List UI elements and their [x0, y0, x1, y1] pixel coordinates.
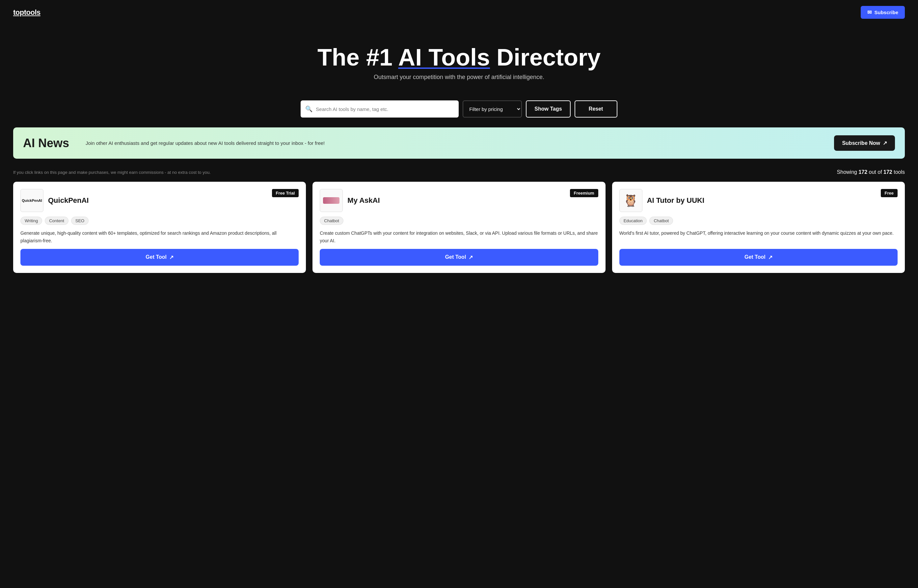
get-tool-label: Get Tool: [445, 254, 466, 260]
get-tool-label: Get Tool: [145, 254, 166, 260]
card-logo: 🦉: [619, 189, 642, 212]
pricing-filter[interactable]: Filter by pricing Free Freemium Free Tri…: [462, 100, 522, 118]
quickpen-logo-text: QuickPenAI: [22, 199, 42, 202]
card-description: Generate unique, high-quality content wi…: [20, 229, 299, 244]
card-header: QuickPenAI QuickPenAI Free Trial: [20, 189, 299, 212]
hero-subtitle: Outsmart your competition with the power…: [6, 74, 912, 81]
hero-section: The #1 AI Tools Directory Outsmart your …: [0, 25, 918, 94]
subscribe-label: Subscribe: [874, 10, 898, 15]
card-logo: QuickPenAI: [20, 189, 44, 212]
owl-icon: 🦉: [623, 194, 638, 207]
card-description: Create custom ChatGPTs with your content…: [320, 229, 598, 244]
news-title: AI News: [23, 136, 76, 150]
card-badge: Free Trial: [272, 189, 299, 197]
card-tags: Writing Content SEO: [20, 216, 299, 225]
card-logo-name: 🦉 AI Tutor by UUKI: [619, 189, 704, 212]
card-header: 🦉 AI Tutor by UUKI Free: [619, 189, 898, 212]
tool-card-aitutor: 🦉 AI Tutor by UUKI Free Education Chatbo…: [612, 182, 905, 273]
external-link-icon: ↗: [883, 140, 887, 146]
tools-meta: If you click links on this page and make…: [0, 165, 918, 182]
tool-card-quickpenai: QuickPenAI QuickPenAI Free Trial Writing…: [13, 182, 306, 273]
search-wrapper: 🔍: [301, 100, 459, 118]
card-tags: Education Chatbot: [619, 216, 898, 225]
myaskai-logo-shape: [323, 197, 339, 204]
show-tags-button[interactable]: Show Tags: [526, 100, 570, 118]
card-title: QuickPenAI: [48, 196, 89, 205]
hero-title-part1: The #1: [317, 44, 398, 71]
external-link-icon: ↗: [169, 254, 173, 260]
hero-title: The #1 AI Tools Directory: [6, 44, 912, 71]
card-tags: Chatbot: [320, 216, 598, 225]
hero-title-underlined: AI Tools: [398, 44, 490, 71]
card-logo-name: QuickPenAI QuickPenAI: [20, 189, 89, 212]
card-logo: [320, 189, 343, 212]
tag-seo[interactable]: SEO: [71, 216, 89, 225]
card-logo-name: My AskAI: [320, 189, 380, 212]
get-tool-label: Get Tool: [745, 254, 766, 260]
subscribe-now-button[interactable]: Subscribe Now ↗: [834, 135, 895, 151]
card-title: My AskAI: [347, 196, 380, 205]
external-link-icon: ↗: [768, 254, 773, 260]
card-badge: Free: [881, 189, 898, 197]
site-logo[interactable]: toptools: [13, 8, 40, 17]
card-title: AI Tutor by UUKI: [647, 196, 704, 205]
get-tool-button-aitutor[interactable]: Get Tool ↗: [619, 249, 898, 266]
tag-writing[interactable]: Writing: [20, 216, 42, 225]
hero-title-part2: Directory: [490, 44, 601, 71]
tag-education[interactable]: Education: [619, 216, 647, 225]
tag-content[interactable]: Content: [45, 216, 68, 225]
cards-grid: QuickPenAI QuickPenAI Free Trial Writing…: [0, 182, 918, 286]
news-banner: AI News Join other AI enthusiasts and ge…: [13, 128, 905, 159]
get-tool-button-myaskai[interactable]: Get Tool ↗: [320, 249, 598, 266]
tag-chatbot[interactable]: Chatbot: [320, 216, 343, 225]
card-badge: Freemium: [570, 189, 598, 197]
subscribe-now-label: Subscribe Now: [842, 140, 880, 146]
search-section: 🔍 Filter by pricing Free Freemium Free T…: [0, 94, 918, 128]
tool-card-myaskai: My AskAI Freemium Chatbot Create custom …: [312, 182, 605, 273]
reset-button[interactable]: Reset: [575, 100, 617, 118]
disclaimer-text: If you click links on this page and make…: [13, 170, 211, 175]
news-description: Join other AI enthusiasts and get regula…: [86, 139, 824, 147]
external-link-icon: ↗: [469, 254, 473, 260]
subscribe-button[interactable]: ✉ Subscribe: [861, 6, 905, 19]
card-header: My AskAI Freemium: [320, 189, 598, 212]
card-description: World's first AI tutor, powered by ChatG…: [619, 229, 898, 244]
search-icon: 🔍: [305, 105, 312, 113]
search-input[interactable]: [316, 107, 454, 112]
showing-count: Showing 172 out of 172 tools: [837, 169, 905, 175]
mail-icon: ✉: [867, 9, 871, 16]
get-tool-button-quickpenai[interactable]: Get Tool ↗: [20, 249, 299, 266]
tag-chatbot[interactable]: Chatbot: [649, 216, 673, 225]
